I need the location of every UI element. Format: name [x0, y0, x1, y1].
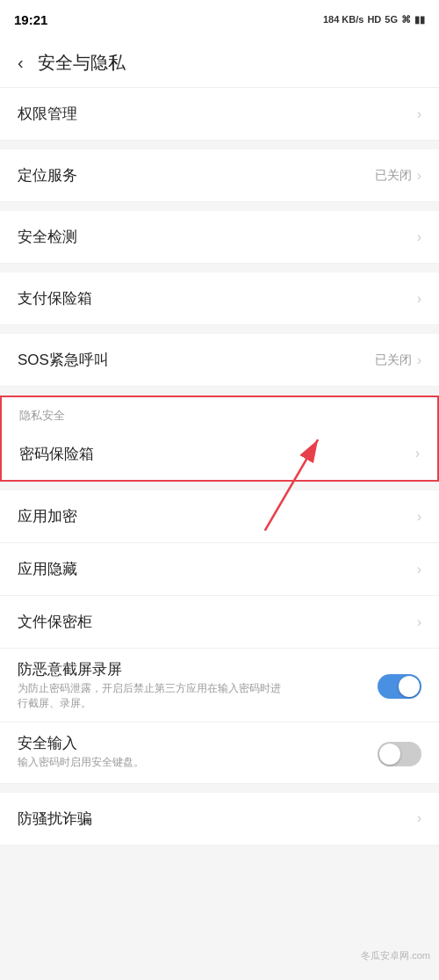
item-left: SOS紧急呼叫: [18, 350, 109, 370]
item-left: 安全输入 输入密码时启用安全键盘。: [18, 733, 144, 770]
settings-item-dingwei[interactable]: 定位服务 已关闭 ›: [0, 149, 439, 202]
highlighted-privacy-section: 隐私安全 密码保险箱 ›: [0, 396, 439, 482]
settings-item-yingyong-jiami[interactable]: 应用加密 ›: [0, 490, 439, 543]
item-right: 已关闭 ›: [375, 352, 421, 368]
settings-item-yingyong-yincang[interactable]: 应用隐藏 ›: [0, 543, 439, 596]
settings-item-fangzhaopian[interactable]: 防骚扰诈骗 ›: [0, 793, 439, 846]
item-right: ›: [417, 562, 421, 577]
chevron-icon: ›: [417, 229, 421, 245]
network-speed: 184 KB/s: [323, 14, 363, 25]
item-title-sos: SOS紧急呼叫: [18, 350, 109, 370]
toggle-fangelu[interactable]: [378, 674, 421, 699]
item-status-sos: 已关闭: [375, 352, 412, 368]
status-bar: 19:21 184 KB/s HD 5G ⌘ ▮▮: [0, 0, 439, 39]
toggle-knob: [399, 676, 420, 697]
section-label-privacy: 隐私安全: [2, 397, 437, 427]
item-left: 防恶意截屏录屏 为防止密码泄露，开启后禁止第三方应用在输入密码时进行截屏、录屏。: [18, 659, 281, 711]
item-left: 定位服务: [18, 165, 77, 185]
item-subtitle-anquan-shuru: 输入密码时启用安全键盘。: [18, 755, 144, 770]
settings-item-anquan-jiance[interactable]: 安全检测 ›: [0, 211, 439, 264]
spacer: [0, 325, 439, 334]
item-right: ›: [417, 614, 421, 630]
page-header: ‹ 安全与隐私: [0, 39, 439, 88]
item-title-yingyong-jiami: 应用加密: [18, 506, 77, 526]
item-left: 文件保密柜: [18, 612, 92, 632]
item-title-anquan: 安全检测: [18, 227, 77, 247]
item-right: ›: [417, 810, 421, 826]
status-icons: 184 KB/s HD 5G ⌘ ▮▮: [323, 14, 425, 25]
item-title-wenjian: 文件保密柜: [18, 612, 92, 632]
chevron-icon: ›: [417, 614, 421, 630]
item-title-fangzhaopian: 防骚扰诈骗: [18, 809, 92, 829]
item-left: 应用隐藏: [18, 559, 77, 579]
settings-item-sos[interactable]: SOS紧急呼叫 已关闭 ›: [0, 334, 439, 387]
spacer: [0, 141, 439, 149]
item-title-zhifu: 支付保险箱: [18, 288, 92, 309]
battery-icon: ▮▮: [414, 14, 425, 25]
item-right: [378, 742, 421, 766]
status-time: 19:21: [14, 12, 47, 27]
settings-item-quanxian[interactable]: 权限管理 ›: [0, 88, 439, 141]
spacer: [0, 264, 439, 272]
chevron-icon: ›: [417, 810, 421, 826]
item-title-fangelu: 防恶意截屏录屏: [18, 659, 281, 679]
item-title-quanxian: 权限管理: [18, 104, 77, 124]
settings-item-zhifu[interactable]: 支付保险箱 ›: [0, 272, 439, 325]
item-right: ›: [417, 291, 421, 307]
item-left: 支付保险箱: [18, 288, 92, 309]
toggle-anquan-shuru[interactable]: [378, 742, 421, 766]
item-right: ›: [415, 446, 420, 461]
settings-item-wenjian[interactable]: 文件保密柜 ›: [0, 596, 439, 649]
chevron-icon: ›: [417, 106, 421, 122]
chevron-icon: ›: [417, 168, 421, 184]
item-title-yingyong-yincang: 应用隐藏: [18, 559, 77, 579]
item-title-mima: 密码保险箱: [19, 444, 94, 464]
network-type: HD: [367, 14, 381, 25]
chevron-icon: ›: [417, 509, 421, 525]
spacer: [0, 202, 439, 211]
watermark: 冬瓜安卓网.com: [361, 949, 430, 962]
spacer: [0, 482, 439, 490]
wifi-icon: ⌘: [401, 14, 411, 25]
spacer: [0, 784, 439, 793]
item-left: 安全检测: [18, 227, 77, 247]
settings-item-anquan-shuru[interactable]: 安全输入 输入密码时启用安全键盘。: [0, 722, 439, 784]
item-status-dingwei: 已关闭: [375, 168, 412, 184]
spacer: [0, 387, 439, 396]
back-button[interactable]: ‹: [14, 49, 27, 76]
item-title-dingwei: 定位服务: [18, 165, 77, 185]
signal-5g: 5G: [385, 14, 398, 25]
item-left: 密码保险箱: [19, 444, 94, 464]
toggle-knob: [379, 744, 400, 765]
item-right: [378, 674, 421, 699]
item-left: 防骚扰诈骗: [18, 809, 92, 829]
item-left: 权限管理: [18, 104, 77, 124]
item-right: ›: [417, 229, 421, 245]
chevron-icon: ›: [415, 446, 420, 461]
settings-item-mima[interactable]: 密码保险箱 ›: [2, 427, 437, 480]
item-right: ›: [417, 509, 421, 525]
item-left: 应用加密: [18, 506, 77, 526]
page-title: 安全与隐私: [38, 51, 126, 75]
item-right: ›: [417, 106, 421, 122]
item-subtitle-fangelu: 为防止密码泄露，开启后禁止第三方应用在输入密码时进行截屏、录屏。: [18, 681, 281, 711]
settings-item-fangelu[interactable]: 防恶意截屏录屏 为防止密码泄露，开启后禁止第三方应用在输入密码时进行截屏、录屏。: [0, 649, 439, 722]
chevron-icon: ›: [417, 562, 421, 577]
item-right: 已关闭 ›: [375, 168, 421, 184]
chevron-icon: ›: [417, 291, 421, 307]
settings-list: 权限管理 › 定位服务 已关闭 › 安全检测 ›: [0, 88, 439, 846]
item-title-anquan-shuru: 安全输入: [18, 733, 144, 753]
chevron-icon: ›: [417, 352, 421, 368]
